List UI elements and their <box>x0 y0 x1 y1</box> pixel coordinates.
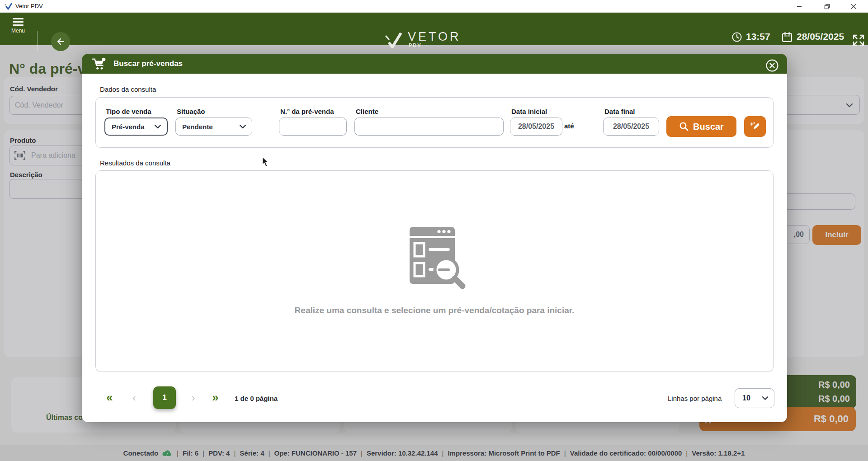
per-page-select[interactable]: 10 <box>735 388 774 408</box>
numero-pre-venda-input[interactable] <box>279 118 347 136</box>
clock-icon <box>731 32 742 44</box>
brand-logo: VETOR PDV <box>384 30 461 52</box>
resultados-section-label: Resultados da consulta <box>100 159 170 167</box>
window-titlebar: Vetor PDV <box>0 0 868 13</box>
modal-header: Buscar pré-vendas <box>82 54 787 74</box>
menu-button[interactable]: Menu <box>6 16 30 42</box>
hamburger-icon <box>6 18 30 26</box>
situacao-value: Pendente <box>182 123 213 131</box>
empty-results-illustration <box>401 223 468 295</box>
numero-pre-venda-field <box>279 118 347 136</box>
modal-title: Buscar pré-vendas <box>113 59 183 68</box>
data-final-label: Data final <box>604 108 635 115</box>
cliente-field <box>354 118 504 136</box>
pagination-prev-button[interactable]: ‹ <box>132 392 136 404</box>
restore-button[interactable] <box>817 0 837 13</box>
close-icon <box>766 59 778 72</box>
cliente-label: Cliente <box>356 108 378 115</box>
dados-consulta-section-label: Dados da consulta <box>100 85 156 93</box>
buscar-button-label: Buscar <box>693 122 724 132</box>
buscar-pre-vendas-modal: Buscar pré-vendas Dados da consulta Tipo… <box>82 54 787 422</box>
back-arrow-icon <box>55 36 66 47</box>
cliente-input[interactable] <box>354 118 504 136</box>
minimize-button[interactable] <box>789 0 809 13</box>
pagination-next-button[interactable]: › <box>192 392 195 404</box>
app-logo-icon <box>5 2 13 12</box>
brand-name: VETOR <box>408 30 461 43</box>
header-divider <box>37 31 38 51</box>
situacao-label: Situação <box>177 108 205 115</box>
pagination-current-page[interactable]: 1 <box>153 386 176 409</box>
menu-label: Menu <box>6 28 30 34</box>
dados-consulta-fieldset: Tipo de venda Pré-venda Situação Pendent… <box>95 97 774 148</box>
pagination-last-button[interactable]: » <box>212 391 218 403</box>
per-page-label: Linhas por página <box>668 395 722 402</box>
empty-results-message: Realize uma consulta e selecione um pré-… <box>295 306 575 315</box>
data-inicial-label: Data inicial <box>511 108 547 115</box>
header-time: 13:57 <box>746 31 770 42</box>
brand-check-icon <box>384 30 403 52</box>
pagination-info: 1 de 0 página <box>235 395 278 402</box>
data-final-field <box>603 118 659 136</box>
window-title: Vetor PDV <box>15 3 43 9</box>
search-icon <box>679 122 689 132</box>
fullscreen-icon[interactable] <box>852 33 865 49</box>
ate-label: até <box>564 122 574 130</box>
header-date: 28/05/2025 <box>797 31 844 42</box>
resultados-fieldset: Realize uma consulta e selecione um pré-… <box>95 170 774 372</box>
data-inicial-field <box>510 118 562 136</box>
modal-close-button[interactable] <box>766 59 778 72</box>
chevron-down-icon <box>762 396 769 400</box>
tipo-venda-label: Tipo de venda <box>106 108 151 115</box>
chevron-down-icon <box>154 124 161 129</box>
data-inicial-input[interactable] <box>510 122 562 131</box>
app-header: Menu VETOR PDV 13:57 28/05/2025 <box>0 13 868 45</box>
close-window-button[interactable] <box>844 0 863 13</box>
back-button[interactable] <box>51 32 70 51</box>
pagination-first-button[interactable]: « <box>106 391 113 403</box>
cart-icon <box>92 57 106 71</box>
per-page-value: 10 <box>742 394 750 402</box>
data-final-input[interactable] <box>604 122 659 131</box>
chevron-down-icon <box>239 124 246 129</box>
numero-pre-venda-label: N.° da pré-venda <box>280 108 334 115</box>
limpar-filtros-button[interactable] <box>744 116 766 137</box>
tipo-venda-select[interactable]: Pré-venda <box>104 118 168 136</box>
broom-clean-icon <box>750 121 760 132</box>
buscar-button[interactable]: Buscar <box>666 116 736 137</box>
calendar-icon <box>781 31 793 45</box>
tipo-venda-value: Pré-venda <box>112 123 145 131</box>
situacao-select[interactable]: Pendente <box>175 118 252 136</box>
